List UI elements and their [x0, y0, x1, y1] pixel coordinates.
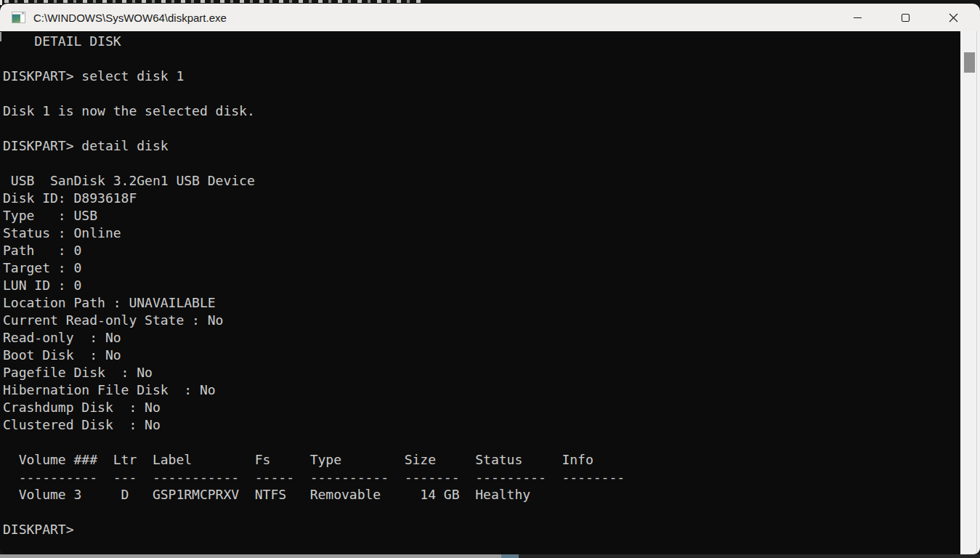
- console-window-icon[interactable]: [12, 12, 25, 23]
- minimize-button[interactable]: [833, 4, 881, 31]
- maximize-button[interactable]: [881, 4, 929, 31]
- background-bottom-dark: [519, 554, 980, 558]
- titlebar[interactable]: C:\WINDOWS\SysWOW64\diskpart.exe: [0, 4, 980, 31]
- vertical-scrollbar[interactable]: [960, 31, 980, 554]
- console-content: DETAIL DISK DISKPART> select disk 1 Disk…: [0, 31, 980, 554]
- minimize-icon: [853, 13, 862, 23]
- scrollbar-thumb[interactable]: [964, 52, 975, 73]
- console-icon-fill: [12, 15, 20, 23]
- console-icon-titlebar: [12, 12, 25, 15]
- window-controls: [833, 4, 980, 31]
- close-button[interactable]: [929, 4, 977, 31]
- background-window-remnant-edge: [0, 0, 2, 5]
- close-icon: [949, 13, 958, 23]
- background-strip-bottom: [0, 554, 980, 558]
- console-icon-body: [12, 15, 25, 23]
- background-bottom-gray: [0, 554, 501, 558]
- console-window: C:\WINDOWS\SysWOW64\diskpart.exe D: [0, 4, 980, 554]
- background-window-remnant-top: [4, 0, 422, 3]
- maximize-icon: [901, 13, 910, 23]
- window-title: C:\WINDOWS\SysWOW64\diskpart.exe: [33, 12, 227, 24]
- terminal-output[interactable]: DETAIL DISK DISKPART> select disk 1 Disk…: [0, 31, 960, 554]
- background-bottom-steel: [501, 554, 519, 558]
- background-window-remnant-left: [0, 32, 1, 41]
